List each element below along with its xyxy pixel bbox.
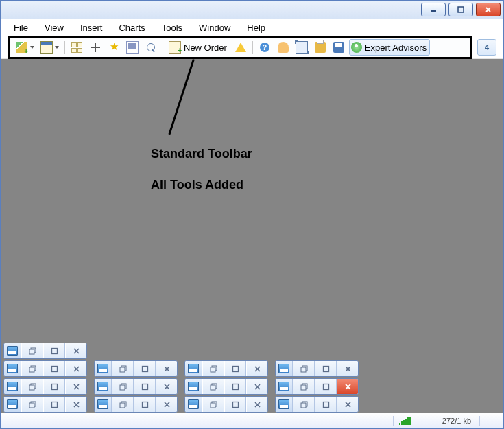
svg-rect-9 — [142, 366, 147, 371]
annotation-title: Standard Toolbar — [151, 147, 252, 161]
new-chart-button[interactable] — [14, 39, 30, 56]
minimized-chart-window[interactable] — [184, 360, 268, 377]
tile-windows-button[interactable] — [69, 39, 85, 56]
toolbar-separator — [64, 41, 65, 54]
user-icon — [278, 42, 289, 53]
mw-close-button[interactable] — [246, 379, 267, 394]
menu-file[interactable]: File — [6, 20, 36, 36]
mw-close-button[interactable] — [337, 397, 358, 412]
minimized-windows — [1, 341, 359, 413]
crosshair-icon — [90, 42, 101, 53]
mw-restore-button[interactable] — [112, 379, 134, 394]
maximize-button[interactable] — [448, 3, 473, 16]
data-window-button[interactable] — [124, 39, 141, 56]
minimized-chart-window[interactable] — [94, 378, 178, 395]
minimized-chart-window-active[interactable] — [275, 378, 359, 395]
mw-restore-button[interactable] — [112, 361, 134, 376]
mw-restore-button[interactable] — [293, 361, 315, 376]
minimized-chart-window[interactable] — [3, 396, 87, 413]
minimized-chart-window[interactable] — [94, 396, 178, 413]
mw-close-button[interactable] — [65, 397, 86, 412]
mw-maximize-button[interactable] — [134, 379, 156, 394]
mw-close-button[interactable] — [65, 379, 86, 394]
minimized-chart-window[interactable] — [275, 396, 359, 413]
svg-rect-15 — [323, 366, 328, 371]
mw-restore-button[interactable] — [202, 361, 224, 376]
mw-close-button[interactable] — [156, 379, 177, 394]
mw-close-button[interactable] — [246, 397, 267, 412]
mw-maximize-button[interactable] — [315, 361, 337, 376]
expert-advisors-button[interactable]: Expert Advisors — [349, 39, 430, 56]
annotation-subtitle: All Tools Added — [151, 178, 243, 192]
mw-close-button[interactable] — [156, 397, 177, 412]
mw-restore-button[interactable] — [202, 397, 224, 412]
mw-maximize-button[interactable] — [315, 397, 337, 412]
minimized-chart-window[interactable] — [3, 378, 87, 395]
fullscreen-button[interactable] — [293, 39, 310, 56]
mw-restore-button[interactable] — [21, 343, 43, 358]
magnifier-icon — [147, 43, 155, 51]
minimized-chart-window[interactable] — [184, 378, 268, 395]
new-order-button[interactable]: New Order — [167, 39, 230, 56]
printer-icon — [315, 42, 326, 53]
mw-restore-button[interactable] — [293, 397, 315, 412]
mw-close-button[interactable] — [156, 361, 177, 376]
minimized-chart-window[interactable] — [94, 360, 178, 377]
crosshair-button[interactable] — [87, 39, 104, 56]
chart-window-icon — [95, 361, 112, 376]
menu-charts[interactable]: Charts — [111, 20, 152, 36]
mw-close-button[interactable] — [337, 379, 358, 394]
alert-button[interactable] — [232, 39, 249, 56]
profiles-button[interactable] — [38, 39, 55, 56]
mw-maximize-button[interactable] — [43, 379, 65, 394]
mw-maximize-button[interactable] — [43, 397, 65, 412]
mw-maximize-button[interactable] — [224, 397, 246, 412]
chart-window-icon — [95, 397, 112, 412]
mw-maximize-button[interactable] — [134, 361, 156, 376]
mw-maximize-button[interactable] — [134, 397, 156, 412]
statusbar: 272/1 kb — [1, 413, 503, 428]
minimized-chart-window[interactable] — [184, 396, 268, 413]
mw-maximize-button[interactable] — [43, 361, 65, 376]
mw-close-button[interactable] — [337, 361, 358, 376]
mw-maximize-button[interactable] — [43, 343, 65, 358]
minimized-chart-window[interactable] — [3, 343, 87, 359]
star-icon: ★ — [108, 42, 119, 53]
svg-rect-39 — [323, 402, 328, 407]
minimized-chart-window[interactable] — [3, 360, 87, 377]
mw-restore-button[interactable] — [202, 379, 224, 394]
mw-restore-button[interactable] — [112, 397, 134, 412]
menu-view[interactable]: View — [37, 20, 71, 36]
svg-rect-8 — [120, 367, 125, 372]
minimize-button[interactable] — [421, 3, 446, 16]
favorites-button[interactable]: ★ — [106, 39, 122, 56]
help-button[interactable]: ? — [256, 39, 273, 56]
mw-restore-button[interactable] — [21, 397, 43, 412]
mw-close-button[interactable] — [65, 361, 86, 376]
accounts-button[interactable] — [275, 39, 291, 56]
print-button[interactable] — [312, 39, 328, 56]
navigator-button[interactable] — [143, 39, 159, 56]
profile-window-icon — [40, 41, 53, 54]
menu-insert[interactable]: Insert — [73, 20, 110, 36]
menu-help[interactable]: Help — [239, 20, 273, 36]
menu-window[interactable]: Window — [191, 20, 238, 36]
mw-close-button[interactable] — [246, 361, 267, 376]
svg-rect-35 — [211, 403, 215, 408]
mw-close-button[interactable] — [65, 343, 86, 358]
menu-tools[interactable]: Tools — [154, 20, 190, 36]
standard-toolbar: ★ New Order ? Expert Advisors — [8, 36, 472, 59]
minimized-chart-window[interactable] — [275, 360, 359, 377]
mw-maximize-button[interactable] — [315, 379, 337, 394]
mw-restore-button[interactable] — [293, 379, 315, 394]
svg-rect-18 — [51, 384, 57, 389]
mw-maximize-button[interactable] — [224, 361, 246, 376]
close-button[interactable] — [476, 3, 501, 16]
mw-restore-button[interactable] — [21, 379, 43, 394]
save-icon — [333, 42, 344, 53]
save-button[interactable] — [331, 39, 347, 56]
toolbar-cluster-button[interactable]: 4 — [477, 39, 496, 56]
mw-restore-button[interactable] — [21, 361, 43, 376]
chart-window-icon — [4, 397, 21, 412]
mw-maximize-button[interactable] — [224, 379, 246, 394]
